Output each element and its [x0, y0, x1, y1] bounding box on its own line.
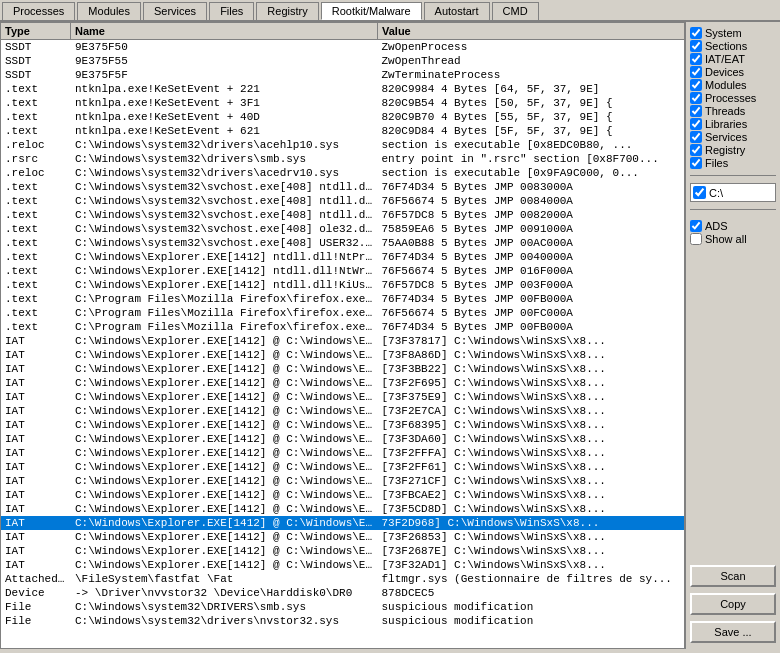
- cell-name: C:\Program Files\Mozilla Firefox\firefox…: [71, 292, 378, 306]
- cell-name: C:\Windows\Explorer.EXE[1412] @ C:\Windo…: [71, 390, 378, 404]
- cell-name: C:\Windows\Explorer.EXE[1412] @ C:\Windo…: [71, 488, 378, 502]
- cell-type: .text: [1, 96, 71, 110]
- table-row[interactable]: AttachedD...\FileSystem\fastfat \Fatfltm…: [1, 572, 684, 586]
- table-row[interactable]: IATC:\Windows\Explorer.EXE[1412] @ C:\Wi…: [1, 404, 684, 418]
- cell-value: suspicious modification: [378, 614, 685, 628]
- cell-value: 76F74D34 5 Bytes JMP 0040000A: [378, 250, 685, 264]
- table-row[interactable]: IATC:\Windows\Explorer.EXE[1412] @ C:\Wi…: [1, 502, 684, 516]
- drive-box: C:\: [690, 183, 776, 202]
- cell-name: 9E375F55: [71, 54, 378, 68]
- table-row[interactable]: IATC:\Windows\Explorer.EXE[1412] @ C:\Wi…: [1, 418, 684, 432]
- checkbox-devices[interactable]: [690, 66, 702, 78]
- cell-value: suspicious modification: [378, 600, 685, 614]
- table-row[interactable]: IATC:\Windows\Explorer.EXE[1412] @ C:\Wi…: [1, 474, 684, 488]
- table-row[interactable]: .textC:\Windows\system32\svchost.exe[408…: [1, 236, 684, 250]
- col-header-value: Value: [378, 23, 684, 39]
- table-row[interactable]: IATC:\Windows\Explorer.EXE[1412] @ C:\Wi…: [1, 390, 684, 404]
- tab-modules[interactable]: Modules: [77, 2, 141, 20]
- cell-type: IAT: [1, 348, 71, 362]
- checkbox-label-sections: Sections: [705, 40, 747, 52]
- checkbox-item-files: Files: [690, 157, 776, 169]
- tab-files[interactable]: Files: [209, 2, 254, 20]
- drive-checkbox[interactable]: [693, 186, 706, 199]
- table-row[interactable]: SSDT9E375F55ZwOpenThread: [1, 54, 684, 68]
- cell-value: [73F2FF61] C:\Windows\WinSxS\x8...: [378, 460, 685, 474]
- table-row[interactable]: IATC:\Windows\Explorer.EXE[1412] @ C:\Wi…: [1, 376, 684, 390]
- cell-type: IAT: [1, 446, 71, 460]
- tab-registry[interactable]: Registry: [256, 2, 318, 20]
- table-row[interactable]: .textC:\Program Files\Mozilla Firefox\fi…: [1, 320, 684, 334]
- table-row[interactable]: .rsrcC:\Windows\system32\drivers\smb.sys…: [1, 152, 684, 166]
- table-row[interactable]: .textC:\Windows\system32\svchost.exe[408…: [1, 194, 684, 208]
- table-row[interactable]: IATC:\Windows\Explorer.EXE[1412] @ C:\Wi…: [1, 362, 684, 376]
- table-row[interactable]: IATC:\Windows\Explorer.EXE[1412] @ C:\Wi…: [1, 348, 684, 362]
- checkbox-services[interactable]: [690, 131, 702, 143]
- table-row[interactable]: SSDT9E375F5FZwTerminateProcess: [1, 68, 684, 82]
- cell-value: 820C9D84 4 Bytes [5F, 5F, 37, 9E] {: [378, 124, 685, 138]
- tab-cmd[interactable]: CMD: [492, 2, 539, 20]
- tab-autostart[interactable]: Autostart: [424, 2, 490, 20]
- cell-name: C:\Windows\system32\drivers\acehlp10.sys: [71, 138, 378, 152]
- cell-value: 75AA0B88 5 Bytes JMP 00AC000A: [378, 236, 685, 250]
- checkbox-threads[interactable]: [690, 105, 702, 117]
- col-header-type: Type: [1, 23, 71, 39]
- table-row[interactable]: IATC:\Windows\Explorer.EXE[1412] @ C:\Wi…: [1, 446, 684, 460]
- cell-value: ZwOpenThread: [378, 54, 685, 68]
- table-row[interactable]: IATC:\Windows\Explorer.EXE[1412] @ C:\Wi…: [1, 544, 684, 558]
- cell-name: C:\Windows\Explorer.EXE[1412] @ C:\Windo…: [71, 362, 378, 376]
- right-panel: SystemSectionsIAT/EATDevicesModulesProce…: [685, 22, 780, 649]
- checkbox-item-libraries: Libraries: [690, 118, 776, 130]
- table-row[interactable]: IATC:\Windows\Explorer.EXE[1412] @ C:\Wi…: [1, 516, 684, 530]
- table-row[interactable]: .textC:\Windows\Explorer.EXE[1412] ntdll…: [1, 278, 684, 292]
- tab-processes[interactable]: Processes: [2, 2, 75, 20]
- table-row[interactable]: .textC:\Windows\system32\svchost.exe[408…: [1, 222, 684, 236]
- table-body[interactable]: SSDT9E375F50ZwOpenProcessSSDT9E375F55ZwO…: [1, 40, 684, 648]
- table-row[interactable]: .textC:\Windows\Explorer.EXE[1412] ntdll…: [1, 264, 684, 278]
- table-row[interactable]: IATC:\Windows\Explorer.EXE[1412] @ C:\Wi…: [1, 432, 684, 446]
- checkbox-libraries[interactable]: [690, 118, 702, 130]
- table-row[interactable]: IATC:\Windows\Explorer.EXE[1412] @ C:\Wi…: [1, 488, 684, 502]
- table-row[interactable]: IATC:\Windows\Explorer.EXE[1412] @ C:\Wi…: [1, 530, 684, 544]
- table-row[interactable]: .textntknlpa.exe!KeSetEvent + 40D820C9B7…: [1, 110, 684, 124]
- cell-value: fltmgr.sys (Gestionnaire de filtres de s…: [378, 572, 685, 586]
- checkbox-registry[interactable]: [690, 144, 702, 156]
- cell-name: C:\Windows\Explorer.EXE[1412] @ C:\Windo…: [71, 446, 378, 460]
- cell-type: SSDT: [1, 40, 71, 54]
- table-row[interactable]: IATC:\Windows\Explorer.EXE[1412] @ C:\Wi…: [1, 558, 684, 572]
- table-row[interactable]: .relocC:\Windows\system32\drivers\acedrv…: [1, 166, 684, 180]
- table-row[interactable]: Device-> \Driver\nvvstor32 \Device\Hardd…: [1, 586, 684, 600]
- cell-value: [73F32AD1] C:\Windows\WinSxS\x8...: [378, 558, 685, 572]
- table-row[interactable]: .textC:\Program Files\Mozilla Firefox\fi…: [1, 306, 684, 320]
- table-row[interactable]: .textC:\Windows\system32\svchost.exe[408…: [1, 208, 684, 222]
- checkbox-files[interactable]: [690, 157, 702, 169]
- table-row[interactable]: .textntknlpa.exe!KeSetEvent + 621820C9D8…: [1, 124, 684, 138]
- table-row[interactable]: IATC:\Windows\Explorer.EXE[1412] @ C:\Wi…: [1, 334, 684, 348]
- table-row[interactable]: FileC:\Windows\system32\DRIVERS\smb.syss…: [1, 600, 684, 614]
- cell-name: ntknlpa.exe!KeSetEvent + 621: [71, 124, 378, 138]
- table-row[interactable]: .textC:\Windows\Explorer.EXE[1412] ntdll…: [1, 250, 684, 264]
- scan-button[interactable]: Scan: [690, 565, 776, 587]
- table-row[interactable]: IATC:\Windows\Explorer.EXE[1412] @ C:\Wi…: [1, 460, 684, 474]
- tab-rootkit-malware[interactable]: Rootkit/Malware: [321, 2, 422, 20]
- checkbox-sections[interactable]: [690, 40, 702, 52]
- table-row[interactable]: FileC:\Windows\system32\drivers\nvstor32…: [1, 614, 684, 628]
- ads-checkbox[interactable]: [690, 220, 702, 232]
- tab-bar: ProcessesModulesServicesFilesRegistryRoo…: [0, 0, 780, 22]
- show-all-checkbox[interactable]: [690, 233, 702, 245]
- table-row[interactable]: .relocC:\Windows\system32\drivers\acehlp…: [1, 138, 684, 152]
- save-button[interactable]: Save ...: [690, 621, 776, 643]
- checkbox-processes[interactable]: [690, 92, 702, 104]
- checkbox-iat/eat[interactable]: [690, 53, 702, 65]
- cell-type: IAT: [1, 530, 71, 544]
- table-row[interactable]: .textntknlpa.exe!KeSetEvent + 221820C998…: [1, 82, 684, 96]
- table-row[interactable]: .textC:\Program Files\Mozilla Firefox\fi…: [1, 292, 684, 306]
- copy-button[interactable]: Copy: [690, 593, 776, 615]
- cell-name: C:\Windows\Explorer.EXE[1412] @ C:\Windo…: [71, 334, 378, 348]
- table-row[interactable]: SSDT9E375F50ZwOpenProcess: [1, 40, 684, 54]
- table-row[interactable]: .textC:\Windows\system32\svchost.exe[408…: [1, 180, 684, 194]
- table-row[interactable]: .textntknlpa.exe!KeSetEvent + 3F1820C9B5…: [1, 96, 684, 110]
- checkbox-modules[interactable]: [690, 79, 702, 91]
- tab-services[interactable]: Services: [143, 2, 207, 20]
- cell-type: .reloc: [1, 166, 71, 180]
- checkbox-system[interactable]: [690, 27, 702, 39]
